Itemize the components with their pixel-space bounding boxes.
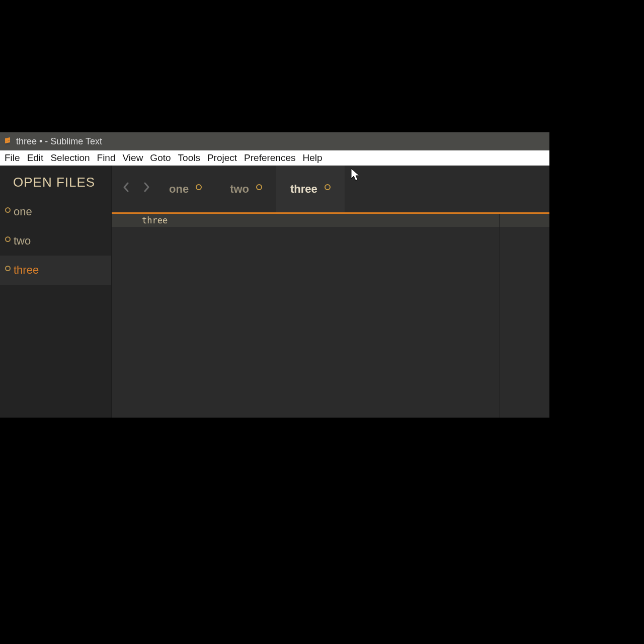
sidebar-item-three[interactable]: three (0, 256, 111, 285)
menu-file[interactable]: File (1, 152, 24, 164)
tab-nav (112, 166, 155, 212)
menu-project[interactable]: Project (204, 152, 240, 164)
tab-label: two (230, 183, 249, 196)
menubar: File Edit Selection Find View Goto Tools… (0, 150, 549, 166)
code-area[interactable]: three (136, 214, 499, 418)
menu-goto[interactable]: Goto (146, 152, 174, 164)
menu-selection[interactable]: Selection (47, 152, 93, 164)
unsaved-dot-icon (325, 184, 331, 190)
app-logo-icon (3, 137, 12, 146)
minimap-view-indicator (500, 214, 549, 227)
unsaved-dot-icon (5, 207, 11, 213)
menu-help[interactable]: Help (299, 152, 326, 164)
tab-one[interactable]: one (155, 166, 216, 212)
editor-column: one two three 1 (112, 166, 549, 418)
sidebar-item-label: two (14, 234, 31, 248)
tab-back-icon[interactable] (121, 181, 132, 197)
code-line: three (136, 214, 499, 227)
tab-three[interactable]: three (276, 166, 345, 212)
unsaved-dot-icon (5, 266, 11, 271)
sidebar: OPEN FILES one two three (0, 166, 112, 418)
unsaved-dot-icon (5, 236, 11, 242)
tab-forward-icon[interactable] (141, 181, 152, 197)
main-area: OPEN FILES one two three (0, 166, 549, 418)
window-title: three • - Sublime Text (16, 136, 102, 147)
line-gutter: 1 (112, 214, 136, 418)
titlebar[interactable]: three • - Sublime Text (0, 132, 549, 150)
tab-two[interactable]: two (216, 166, 276, 212)
sidebar-item-two[interactable]: two (0, 226, 111, 256)
sidebar-header: OPEN FILES (0, 166, 111, 197)
editor-body: 1 three (112, 214, 549, 418)
menu-edit[interactable]: Edit (24, 152, 47, 164)
sidebar-item-label: three (14, 264, 39, 277)
sidebar-item-label: one (14, 205, 32, 218)
tabbar: one two three (112, 166, 549, 214)
tab-label: three (290, 183, 317, 196)
sidebar-item-one[interactable]: one (0, 197, 111, 226)
menu-tools[interactable]: Tools (175, 152, 204, 164)
unsaved-dot-icon (196, 184, 202, 190)
unsaved-dot-icon (256, 184, 262, 190)
app-window: three • - Sublime Text File Edit Selecti… (0, 132, 549, 418)
menu-view[interactable]: View (119, 152, 147, 164)
menu-find[interactable]: Find (94, 152, 119, 164)
tab-label: one (169, 183, 189, 196)
menu-preferences[interactable]: Preferences (240, 152, 299, 164)
minimap[interactable] (499, 214, 549, 418)
